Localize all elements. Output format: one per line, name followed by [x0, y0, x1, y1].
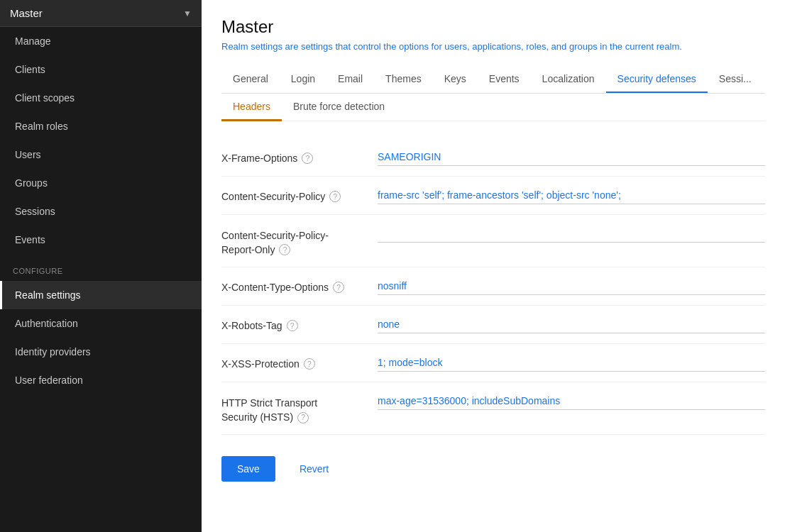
x-frame-options-input-wrap — [378, 148, 765, 166]
revert-button[interactable]: Revert — [284, 456, 344, 482]
form-row-hsts: HTTP Strict Transport Security (HSTS) ? — [221, 382, 765, 435]
form-row-x-content-type: X-Content-Type-Options ? — [221, 267, 765, 306]
sidebar-users-item[interactable]: Users — [0, 140, 202, 169]
sidebar-client-scopes-item[interactable]: Client scopes — [0, 84, 202, 112]
hsts-input[interactable] — [378, 392, 765, 410]
sidebar-identity-providers-item[interactable]: Identity providers — [0, 338, 202, 366]
sidebar-groups-item[interactable]: Groups — [0, 169, 202, 197]
x-xss-label: X-XSS-Protection ? — [221, 354, 378, 370]
page-subtitle: Realm settings are settings that control… — [221, 41, 765, 52]
tab-general[interactable]: General — [221, 66, 280, 94]
csp-report-input[interactable] — [378, 225, 765, 243]
sub-tabs-row: Headers Brute force detection — [221, 94, 765, 121]
hsts-input-wrap — [378, 392, 765, 410]
x-content-type-input[interactable] — [378, 277, 765, 295]
sidebar-authentication-item[interactable]: Authentication — [0, 309, 202, 338]
csp-report-help-icon[interactable]: ? — [279, 244, 290, 255]
x-frame-options-help-icon[interactable]: ? — [302, 153, 313, 164]
x-xss-input[interactable] — [378, 354, 765, 372]
x-robots-help-icon[interactable]: ? — [287, 320, 298, 331]
x-robots-label: X-Robots-Tag ? — [221, 316, 378, 331]
tab-login[interactable]: Login — [280, 66, 326, 94]
form-row-csp-report: Content-Security-Policy- Report-Only ? — [221, 215, 765, 267]
tab-keys[interactable]: Keys — [433, 66, 478, 94]
csp-help-icon[interactable]: ? — [329, 191, 341, 202]
x-content-type-input-wrap — [378, 277, 765, 295]
csp-report-label: Content-Security-Policy- Report-Only ? — [221, 225, 378, 257]
sidebar-events-item[interactable]: Events — [0, 226, 202, 254]
form-row-csp: Content-Security-Policy ? — [221, 177, 765, 215]
tab-localization[interactable]: Localization — [531, 66, 606, 94]
x-frame-options-input[interactable] — [378, 148, 765, 166]
x-frame-options-label: X-Frame-Options ? — [221, 148, 378, 164]
tab-email[interactable]: Email — [326, 66, 374, 94]
sidebar-manage-item[interactable]: Manage — [0, 27, 202, 55]
sidebar-clients-item[interactable]: Clients — [0, 55, 202, 84]
configure-section-header: Configure — [0, 254, 202, 281]
sidebar-realm-roles-item[interactable]: Realm roles — [0, 112, 202, 140]
form-row-x-frame-options: X-Frame-Options ? — [221, 138, 765, 177]
sidebar-realm-settings-item[interactable]: Realm settings — [0, 281, 202, 309]
tab-themes[interactable]: Themes — [374, 66, 433, 94]
sidebar: Master ▼ Manage Clients Client scopes Re… — [0, 0, 202, 532]
save-button[interactable]: Save — [221, 456, 275, 482]
x-robots-input-wrap — [378, 316, 765, 333]
csp-input-wrap — [378, 187, 765, 204]
x-xss-input-wrap — [378, 354, 765, 372]
csp-report-input-wrap — [378, 225, 765, 243]
sub-tab-headers[interactable]: Headers — [221, 94, 282, 121]
chevron-down-icon: ▼ — [183, 9, 192, 18]
csp-label: Content-Security-Policy ? — [221, 187, 378, 202]
realm-selector-label: Master — [10, 7, 43, 19]
x-content-type-help-icon[interactable]: ? — [333, 282, 344, 293]
headers-form: X-Frame-Options ? Content-Security-Polic… — [221, 138, 765, 435]
x-content-type-label: X-Content-Type-Options ? — [221, 277, 378, 293]
sidebar-user-federation-item[interactable]: User federation — [0, 366, 202, 394]
sidebar-sessions-item[interactable]: Sessions — [0, 197, 202, 226]
page-title: Master — [221, 17, 765, 37]
x-xss-help-icon[interactable]: ? — [304, 358, 315, 370]
sub-tab-brute-force[interactable]: Brute force detection — [282, 94, 396, 121]
x-robots-input[interactable] — [378, 316, 765, 333]
tab-sessions[interactable]: Sessi... — [708, 66, 763, 94]
csp-input[interactable] — [378, 187, 765, 204]
hsts-label: HTTP Strict Transport Security (HSTS) ? — [221, 392, 378, 424]
tab-events[interactable]: Events — [478, 66, 531, 94]
tabs-row: General Login Email Themes Keys Events L… — [221, 66, 765, 94]
form-row-x-robots: X-Robots-Tag ? — [221, 306, 765, 344]
form-actions: Save Revert — [221, 456, 765, 482]
tab-security-defenses[interactable]: Security defenses — [606, 66, 708, 94]
hsts-help-icon[interactable]: ? — [297, 412, 309, 423]
form-row-x-xss: X-XSS-Protection ? — [221, 344, 765, 382]
realm-selector[interactable]: Master ▼ — [0, 0, 202, 27]
main-content: Master Realm settings are settings that … — [202, 0, 785, 532]
